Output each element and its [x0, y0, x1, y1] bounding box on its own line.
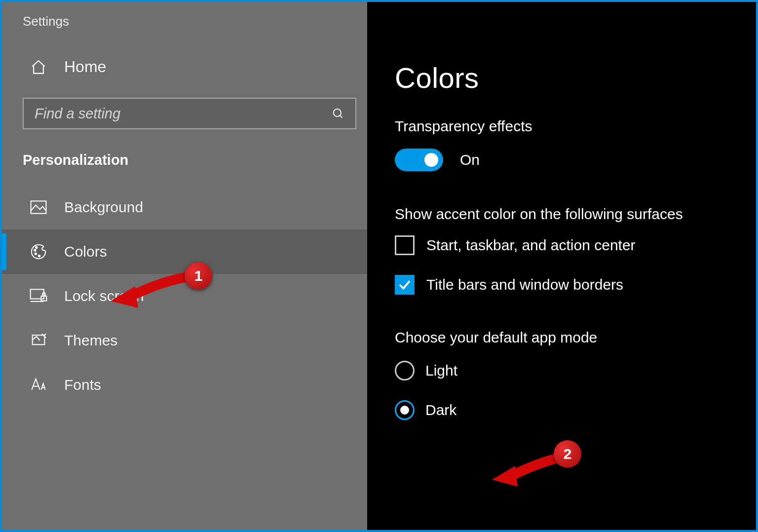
- svg-rect-10: [33, 335, 45, 344]
- sidebar-item-label: Fonts: [64, 377, 101, 393]
- sidebar-item-colors[interactable]: Colors: [2, 229, 367, 274]
- svg-point-6: [38, 255, 40, 257]
- transparency-heading: Transparency effects: [395, 118, 731, 135]
- svg-point-5: [35, 253, 37, 255]
- radio-label: Dark: [425, 402, 456, 418]
- checkbox-label: Start, taskbar, and action center: [426, 237, 636, 254]
- themes-icon: [28, 333, 49, 348]
- search-icon: [332, 107, 344, 120]
- sidebar-item-themes[interactable]: Themes: [2, 318, 367, 363]
- search-input[interactable]: [35, 106, 332, 122]
- page-title: Colors: [395, 2, 731, 94]
- settings-window: Settings Home Personalization: [0, 0, 758, 532]
- annotation-badge-1: 1: [185, 262, 212, 290]
- home-label: Home: [64, 58, 106, 76]
- sidebar-item-label: Themes: [64, 332, 117, 349]
- checkbox-title-bars[interactable]: Title bars and window borders: [395, 275, 731, 295]
- svg-rect-7: [31, 289, 44, 299]
- sidebar-item-label: Background: [64, 199, 143, 216]
- sidebar-item-fonts[interactable]: Fonts: [2, 363, 367, 407]
- transparency-toggle[interactable]: [395, 149, 443, 171]
- transparency-toggle-row: On: [395, 149, 731, 171]
- svg-point-3: [34, 249, 36, 251]
- checkbox-label: Title bars and window borders: [426, 276, 623, 293]
- accent-surfaces-heading: Show accent color on the following surfa…: [395, 206, 731, 223]
- sidebar: Settings Home Personalization: [2, 2, 367, 530]
- transparency-state-label: On: [460, 152, 480, 168]
- section-header-personalization: Personalization: [2, 129, 367, 185]
- svg-point-0: [334, 109, 341, 116]
- radio-light[interactable]: Light: [395, 361, 731, 380]
- picture-icon: [28, 200, 49, 214]
- sidebar-item-label: Colors: [64, 243, 107, 260]
- svg-point-4: [36, 247, 37, 248]
- sidebar-item-background[interactable]: Background: [2, 185, 367, 229]
- home-nav[interactable]: Home: [2, 29, 367, 91]
- svg-marker-13: [111, 286, 138, 308]
- lock-screen-icon: [28, 289, 49, 304]
- home-icon: [28, 59, 49, 76]
- checkbox-checked-icon: [395, 275, 415, 295]
- svg-marker-14: [492, 466, 518, 487]
- annotation-badge-2: 2: [554, 440, 581, 468]
- search-box[interactable]: [23, 98, 356, 129]
- app-mode-heading: Choose your default app mode: [395, 329, 731, 346]
- radio-label: Light: [425, 362, 457, 379]
- radio-dark[interactable]: Dark: [395, 400, 731, 420]
- palette-icon: [28, 243, 49, 260]
- svg-line-1: [340, 115, 342, 118]
- radio-selected-icon: [395, 400, 415, 420]
- fonts-icon: [28, 378, 49, 392]
- checkbox-unchecked-icon: [395, 235, 415, 255]
- radio-unselected-icon: [395, 361, 415, 380]
- toggle-knob: [424, 153, 438, 167]
- app-title: Settings: [2, 2, 367, 29]
- checkbox-start-taskbar[interactable]: Start, taskbar, and action center: [395, 235, 731, 255]
